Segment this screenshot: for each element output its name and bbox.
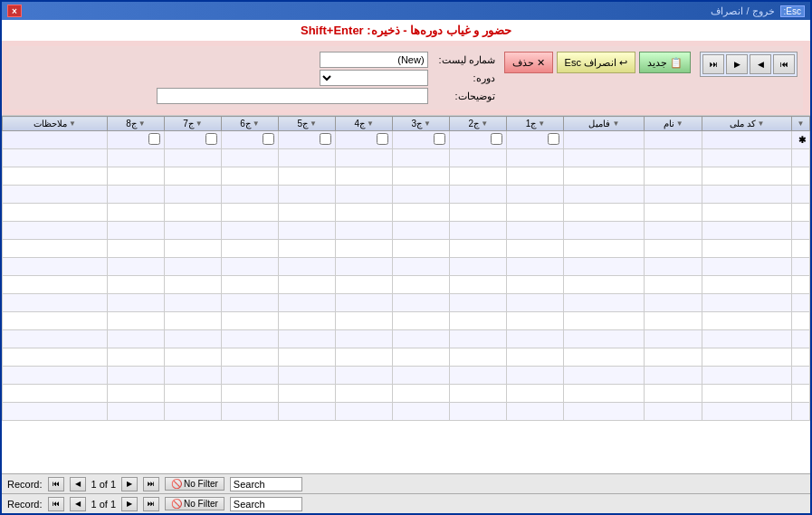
toolbar-main: ⏮ ◀ ▶ ⏭ 📋 جدید ↩ انصراف Esc ✕ حذف [9,46,803,110]
col-j7[interactable]: ▼ ج7 [164,117,221,131]
record-next-top[interactable]: ▶ [121,477,138,491]
period-label: دوره: [432,72,495,84]
record-count-top: 1 of 1 [91,479,117,490]
record-last-top[interactable]: ⏭ [143,477,159,491]
new-j2[interactable] [450,131,507,149]
record-next-bottom[interactable]: ▶ [121,497,138,511]
close-button[interactable]: × [7,5,22,17]
col-j6[interactable]: ▼ ج6 [222,117,279,131]
nav-prev-button[interactable]: ◀ [750,54,771,74]
search-input-top[interactable] [230,477,302,491]
col-national-code[interactable]: ▼ کد ملی [702,117,792,131]
action-buttons-group: 📋 جدید ↩ انصراف Esc ✕ حذف [504,52,691,73]
col-j3[interactable]: ▼ ج3 [393,117,450,131]
table-row [3,330,810,348]
table-row [3,367,810,385]
no-filter-bottom-label: No Filter [184,499,218,509]
cancel-button-label: انصراف Esc [565,57,616,69]
description-label: توضیحات: [432,91,495,102]
table-row [3,240,810,258]
no-filter-bottom-button[interactable]: 🚫 No Filter [165,497,224,510]
delete-icon: ✕ [537,57,545,69]
nav-next-button[interactable]: ▶ [726,54,748,74]
table-row [3,403,810,421]
filter-icon-top: 🚫 [171,479,182,489]
new-j6[interactable] [222,131,279,149]
title-left: Esc: خروج / انصراف [711,5,805,17]
toolbar-area: ⏮ ◀ ▶ ⏭ 📋 جدید ↩ انصراف Esc ✕ حذف [2,41,810,116]
col-name[interactable]: ▼ نام [645,117,702,131]
period-row: دوره: [157,70,495,86]
table-row [3,258,810,276]
table-row [3,149,810,167]
list-number-input[interactable] [320,52,428,68]
col-family[interactable]: ▼ فامیل [564,117,645,131]
description-input[interactable] [157,88,428,104]
new-national-code[interactable] [702,131,792,149]
star-cell: ✱ [792,131,810,149]
delete-button-label: حذف [512,57,534,69]
record-last-bottom[interactable]: ⏭ [143,497,159,511]
new-notes[interactable] [3,131,108,149]
title-bar: Esc: خروج / انصراف × [2,2,810,20]
table-row [3,186,810,204]
new-j1[interactable] [507,131,564,149]
esc-label: Esc: [780,5,805,17]
description-row: توضیحات: [157,88,495,104]
table-row [3,276,810,294]
list-number-row: شماره لیست: [157,52,495,68]
table-row [3,385,810,403]
cancel-button[interactable]: ↩ انصراف Esc [557,52,635,73]
delete-button[interactable]: ✕ حذف [504,52,553,73]
new-button[interactable]: 📋 جدید [639,52,691,73]
nav-buttons-group: ⏮ ◀ ▶ ⏭ [700,52,798,77]
record-label-top: Record: [7,479,43,490]
new-icon: 📋 [670,57,683,69]
main-window: Esc: خروج / انصراف × حضور و غیاب دوره‌ها… [0,0,812,515]
table-row [3,204,810,222]
record-bar-bottom: Record: ⏮ ◀ 1 of 1 ▶ ⏭ 🚫 No Filter [2,493,810,513]
record-label-bottom: Record: [7,499,43,510]
record-prev-top[interactable]: ◀ [70,477,86,491]
list-number-label: شماره لیست: [432,54,495,66]
period-dropdown[interactable] [320,70,428,86]
col-notes[interactable]: ▼ ملاحظات [3,117,108,131]
no-filter-top-button[interactable]: 🚫 No Filter [165,477,224,491]
new-button-label: جدید [647,57,667,69]
record-first-top[interactable]: ⏮ [48,477,64,491]
col-j8[interactable]: ▼ ج8 [107,117,164,131]
col-j4[interactable]: ▼ ج4 [336,117,393,131]
search-input-bottom[interactable] [230,497,302,511]
col-j2[interactable]: ▼ ج2 [450,117,507,131]
record-bar-top: Record: ⏮ ◀ 1 of 1 ▶ ⏭ 🚫 No Filter [2,473,810,493]
record-first-bottom[interactable]: ⏮ [48,497,64,511]
form-fields-panel: شماره لیست: دوره: توضیحات: [157,52,495,104]
table-row [3,294,810,312]
table-row [3,348,810,367]
col-j5[interactable]: ▼ ج5 [279,117,336,131]
filter-icon-bottom: 🚫 [171,499,182,509]
col-j1[interactable]: ▼ ج1 [507,117,564,131]
new-record-row: ✱ [3,131,810,149]
nav-last-button[interactable]: ⏭ [702,54,724,74]
col-marker: ▼ [792,117,810,131]
table-row [3,312,810,330]
table-header-row: ▼ ▼ کد ملی ▼ نام [3,117,810,131]
new-j8[interactable] [107,131,164,149]
new-j4[interactable] [336,131,393,149]
record-count-bottom: 1 of 1 [91,499,117,510]
table-row [3,167,810,186]
new-name[interactable] [645,131,702,149]
new-j5[interactable] [279,131,336,149]
new-family[interactable] [564,131,645,149]
nav-first-button[interactable]: ⏮ [773,54,795,74]
record-prev-bottom[interactable]: ◀ [70,497,86,511]
no-filter-top-label: No Filter [184,479,218,489]
attendance-table: ▼ ▼ کد ملی ▼ نام [2,116,810,421]
new-j7[interactable] [164,131,221,149]
new-j3[interactable] [393,131,450,149]
main-content-area: ▼ ▼ کد ملی ▼ نام [2,116,810,473]
table-row [3,222,810,240]
window-subtitle: حضور و غیاب دوره‌ها - ذخیره: Shift+Enter [2,20,810,41]
cancel-icon: ↩ [619,57,627,69]
